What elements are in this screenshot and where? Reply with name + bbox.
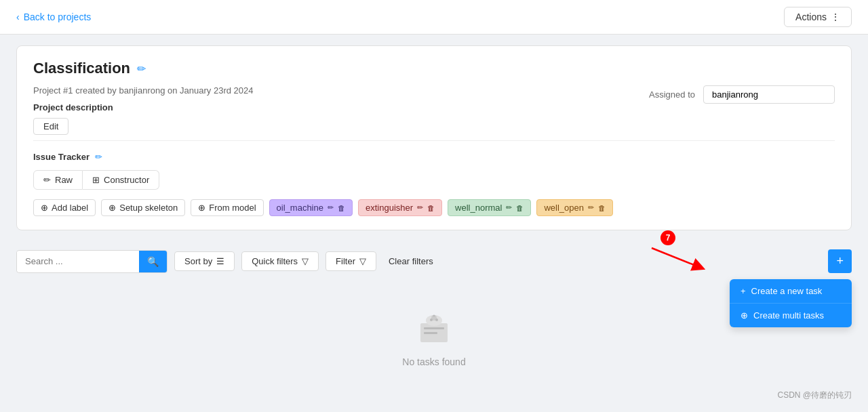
empty-text: No tasks found [402, 356, 465, 367]
label-edit-icon-4[interactable]: ✏ [588, 203, 594, 212]
back-link[interactable]: ‹ Back to projects [16, 12, 91, 22]
toolbar: 🔍 Sort by ☰ Quick filters ▽ Filter ▽ Cle… [16, 241, 852, 281]
chevron-left-icon: ‹ [16, 12, 20, 22]
top-navigation: ‹ Back to projects Actions ⋮ [0, 0, 868, 35]
tracker-tabs: ✏ Raw ⊞ Constructor [33, 170, 835, 190]
task-area: 🔍 Sort by ☰ Quick filters ▽ Filter ▽ Cle… [16, 241, 852, 394]
setup-skeleton-button[interactable]: ⊕ Setup skeleton [101, 199, 185, 216]
label-well-normal-text: well_normal [455, 203, 502, 213]
label-delete-icon-4[interactable]: 🗑 [598, 204, 606, 212]
add-task-button[interactable]: + [828, 249, 852, 273]
title-edit-icon[interactable]: ✏ [137, 62, 146, 75]
label-well-open-text: well_open [544, 203, 584, 213]
filter-funnel-icon: ▽ [302, 256, 309, 266]
issue-tracker-label: Issue Tracker [33, 152, 90, 162]
constructor-tab-label: Constructor [104, 175, 149, 185]
project-meta: Project #1 created by banjianrong on Jan… [33, 85, 835, 135]
edit-button[interactable]: Edit [33, 118, 68, 135]
project-info: Project #1 created by banjianrong on Jan… [33, 85, 649, 135]
skeleton-icon: ⊕ [108, 203, 116, 213]
from-model-button[interactable]: ⊕ From model [191, 199, 263, 216]
from-model-text: From model [209, 203, 256, 213]
create-multi-label: Create multi tasks [753, 310, 824, 321]
sort-icon: ☰ [216, 256, 224, 266]
label-delete-icon-3[interactable]: 🗑 [516, 204, 524, 212]
raw-tab-icon: ✏ [43, 175, 51, 185]
constructor-tab-icon: ⊞ [92, 175, 100, 185]
assigned-input[interactable] [703, 85, 835, 104]
search-icon: 🔍 [147, 256, 159, 267]
project-title: Classification [33, 60, 130, 77]
label-delete-icon[interactable]: 🗑 [338, 204, 345, 212]
circle-plus-icon: ⊕ [741, 310, 748, 321]
svg-rect-3 [424, 332, 437, 334]
labels-row: ⊕ Add label ⊕ Setup skeleton ⊕ From mode… [33, 199, 835, 216]
issue-tracker-section: Issue Tracker ✏ ✏ Raw ⊞ Constructor ⊕ Ad… [33, 152, 835, 216]
clear-filters-button[interactable]: Clear filters [383, 252, 439, 270]
filter-icon: ▽ [359, 256, 366, 266]
create-new-task-item[interactable]: + Create a new task [730, 279, 852, 304]
label-well-normal: well_normal ✏ 🗑 [448, 199, 531, 216]
label-oil-machine-text: oil_machine [277, 203, 323, 213]
search-input[interactable] [17, 251, 139, 271]
create-task-label: Create a new task [751, 286, 823, 296]
label-delete-icon-2[interactable]: 🗑 [427, 204, 435, 212]
filter-label: Filter [336, 256, 355, 266]
svg-point-6 [430, 318, 433, 321]
raw-tab-label: Raw [55, 175, 73, 185]
filter-button[interactable]: Filter ▽ [326, 251, 376, 271]
tab-constructor[interactable]: ⊞ Constructor [83, 170, 159, 190]
add-icon: ⊕ [41, 203, 48, 213]
search-wrapper: 🔍 [16, 250, 167, 273]
project-card: Classification ✏ Project #1 created by b… [16, 45, 852, 230]
more-icon: ⋮ [831, 12, 840, 22]
tab-raw[interactable]: ✏ Raw [33, 170, 83, 190]
label-oil-machine: oil_machine ✏ 🗑 [269, 199, 353, 216]
back-label: Back to projects [24, 12, 92, 22]
plus-icon: + [741, 286, 746, 296]
issue-tracker-header: Issue Tracker ✏ [33, 152, 835, 162]
empty-icon [414, 308, 454, 351]
svg-point-7 [435, 318, 438, 321]
label-extinguisher: extinguisher ✏ 🗑 [358, 199, 442, 216]
svg-point-8 [433, 315, 435, 317]
project-title-row: Classification ✏ [33, 60, 835, 77]
label-well-open: well_open ✏ 🗑 [536, 199, 613, 216]
empty-state: No tasks found [16, 281, 852, 394]
project-meta-text: Project #1 created by banjianrong on Jan… [33, 85, 649, 96]
quick-filters-label: Quick filters [252, 256, 298, 266]
add-label-text: Add label [52, 203, 88, 213]
setup-skeleton-text: Setup skeleton [119, 203, 178, 213]
main-content: Classification ✏ Project #1 created by b… [0, 35, 868, 405]
search-button[interactable]: 🔍 [139, 251, 167, 272]
label-edit-icon-3[interactable]: ✏ [506, 203, 512, 212]
svg-rect-2 [424, 327, 444, 329]
assigned-section: Assigned to [649, 85, 835, 104]
project-desc-label: Project description [33, 102, 649, 112]
add-label-button[interactable]: ⊕ Add label [33, 199, 96, 216]
assigned-label: Assigned to [649, 89, 695, 100]
quick-filters-button[interactable]: Quick filters ▽ [241, 251, 319, 271]
sort-by-button[interactable]: Sort by ☰ [174, 251, 235, 271]
label-extinguisher-text: extinguisher [366, 203, 413, 213]
task-dropdown-menu: + Create a new task ⊕ Create multi tasks [730, 279, 852, 327]
watermark: CSDN @待磨的钝刃 [777, 390, 852, 401]
actions-button[interactable]: Actions ⋮ [784, 7, 852, 27]
divider [33, 140, 835, 141]
label-edit-icon[interactable]: ✏ [328, 203, 334, 212]
sort-by-label: Sort by [184, 256, 212, 266]
model-icon: ⊕ [198, 203, 205, 213]
actions-label: Actions [795, 12, 827, 22]
tracker-edit-icon[interactable]: ✏ [95, 152, 102, 162]
label-edit-icon-2[interactable]: ✏ [417, 203, 423, 212]
create-multi-tasks-item[interactable]: ⊕ Create multi tasks [730, 304, 852, 327]
